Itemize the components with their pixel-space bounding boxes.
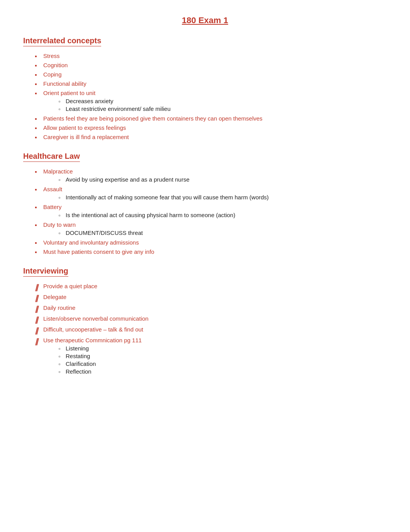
item-text: Difficult, uncooperative – talk & find o… — [43, 326, 387, 333]
sub-item-text: Restating — [66, 353, 90, 359]
list-item: ∥Provide a quiet place — [35, 283, 387, 292]
bullet-icon: ∥ — [35, 337, 40, 346]
list-item: ▫Reflection — [59, 368, 387, 375]
bullet-icon: ▪ — [35, 186, 40, 193]
bullet-icon: ▪ — [35, 204, 40, 211]
item-text: Coping — [43, 71, 387, 78]
list-item: ▪Functional ability — [35, 80, 387, 88]
item-text: Delegate — [43, 294, 387, 300]
sub-bullet-icon: ▫ — [59, 354, 63, 359]
list-item: ▪Voluntary and involuntary admissions — [35, 239, 387, 246]
section-heading-interrelated-concepts: Interrelated concepts — [23, 36, 101, 46]
bullet-icon: ▪ — [35, 116, 40, 122]
bullet-icon: ▪ — [35, 222, 40, 229]
list-item: ∥Daily routine — [35, 304, 387, 313]
list-item: ▪Duty to warn▫DOCUMENT/DISCUSS threat — [35, 221, 387, 237]
item-text: Must have patients consent to give any i… — [43, 248, 387, 255]
item-text: Caregiver is ill find a replacement — [43, 134, 387, 140]
item-text: Orient patient to unit▫Decreases anxiety… — [43, 90, 387, 113]
list-item: ▫Decreases anxiety — [59, 98, 387, 104]
item-text: Duty to warn▫DOCUMENT/DISCUSS threat — [43, 221, 387, 237]
item-text: Listen/observe nonverbal communication — [43, 315, 387, 322]
sub-bullet-icon: ▫ — [59, 361, 63, 367]
item-text: Functional ability — [43, 80, 387, 87]
section-heading-interviewing: Interviewing — [23, 267, 68, 277]
bullet-icon: ▪ — [35, 53, 40, 60]
item-text: Daily routine — [43, 304, 387, 311]
bullet-icon: ▪ — [35, 90, 40, 97]
list-item: ▪Allow patient to express feelings — [35, 124, 387, 132]
bullet-icon: ▪ — [35, 134, 40, 141]
bullet-icon: ∥ — [35, 316, 40, 324]
section-healthcare-law: Healthcare Law▪Malpractice▫Avoid by usin… — [23, 152, 387, 256]
item-text: Stress — [43, 53, 387, 59]
bullet-icon: ∥ — [35, 294, 40, 303]
sub-item-text: Listening — [66, 345, 89, 352]
list-item: ▪Patients feel they are being poisoned g… — [35, 115, 387, 122]
list-item: ∥Listen/observe nonverbal communication — [35, 315, 387, 324]
sub-item-text: Least restrictive environment/ safe mili… — [66, 105, 171, 112]
sub-item-text: DOCUMENT/DISCUSS threat — [66, 229, 143, 236]
sub-item-text: Intentionally act of making someone fear… — [66, 194, 269, 201]
item-text: Malpractice▫Avoid by using expertise and… — [43, 168, 387, 184]
sub-item-text: Reflection — [66, 368, 91, 375]
sub-bullet-icon: ▫ — [59, 106, 63, 112]
list-item: ▫Least restrictive environment/ safe mil… — [59, 105, 387, 112]
sub-item-text: Avoid by using expertise and as a pruden… — [66, 176, 190, 183]
list-item: ▫DOCUMENT/DISCUSS threat — [59, 229, 387, 236]
bullet-icon: ▪ — [35, 240, 40, 246]
section-interrelated-concepts: Interrelated concepts▪Stress▪Cognition▪C… — [23, 36, 387, 141]
sub-bullet-icon: ▫ — [59, 212, 63, 218]
list-item: ▪Cognition — [35, 62, 387, 69]
list-item: ∥Delegate — [35, 294, 387, 303]
sub-bullet-icon: ▫ — [59, 369, 63, 375]
bullet-icon: ▪ — [35, 125, 40, 132]
item-text: Provide a quiet place — [43, 283, 387, 289]
bullet-icon: ▪ — [35, 71, 40, 78]
sub-bullet-icon: ▫ — [59, 99, 63, 104]
list-item: ▪Stress — [35, 53, 387, 60]
bullet-icon: ∥ — [35, 326, 40, 335]
sub-item-text: Is the intentional act of causing physic… — [66, 212, 235, 218]
page-title: 180 Exam 1 — [23, 15, 387, 25]
list-item: ▫Restating — [59, 353, 387, 359]
list-item: ▫Avoid by using expertise and as a prude… — [59, 176, 387, 183]
item-text: Voluntary and involuntary admissions — [43, 239, 387, 246]
list-item: ▪Coping — [35, 71, 387, 78]
item-text: Cognition — [43, 62, 387, 68]
bullet-icon: ∥ — [35, 283, 40, 292]
list-item: ▫Is the intentional act of causing physi… — [59, 212, 387, 218]
bullet-icon: ▪ — [35, 62, 40, 69]
sub-bullet-icon: ▫ — [59, 177, 63, 183]
list-item: ▫Clarification — [59, 360, 387, 367]
item-text: Battery▫Is the intentional act of causin… — [43, 204, 387, 219]
section-heading-healthcare-law: Healthcare Law — [23, 152, 80, 162]
sub-bullet-icon: ▫ — [59, 195, 63, 201]
list-item: ∥Difficult, uncooperative – talk & find … — [35, 326, 387, 335]
item-text: Use therapeutic Commnication pg 111▫List… — [43, 337, 387, 376]
bullet-icon: ▪ — [35, 81, 40, 88]
list-item: ▫Intentionally act of making someone fea… — [59, 194, 387, 201]
item-text: Patients feel they are being poisoned gi… — [43, 115, 387, 122]
section-interviewing: Interviewing∥Provide a quiet place∥Deleg… — [23, 267, 387, 376]
list-item: ▪Must have patients consent to give any … — [35, 248, 387, 256]
bullet-icon: ▪ — [35, 168, 40, 175]
sub-bullet-icon: ▫ — [59, 346, 63, 352]
list-item: ▪Assault▫Intentionally act of making som… — [35, 186, 387, 202]
list-item: ▪Caregiver is ill find a replacement — [35, 134, 387, 141]
item-text: Assault▫Intentionally act of making some… — [43, 186, 387, 202]
list-item: ▫Listening — [59, 345, 387, 352]
bullet-icon: ▪ — [35, 249, 40, 256]
list-item: ▪Orient patient to unit▫Decreases anxiet… — [35, 90, 387, 113]
sub-item-text: Clarification — [66, 360, 96, 367]
sub-bullet-icon: ▫ — [59, 230, 63, 236]
sub-item-text: Decreases anxiety — [66, 98, 113, 104]
bullet-icon: ∥ — [35, 305, 40, 313]
list-item: ▪Malpractice▫Avoid by using expertise an… — [35, 168, 387, 184]
list-item: ▪Battery▫Is the intentional act of causi… — [35, 204, 387, 219]
list-item: ∥Use therapeutic Commnication pg 111▫Lis… — [35, 337, 387, 376]
item-text: Allow patient to express feelings — [43, 124, 387, 131]
